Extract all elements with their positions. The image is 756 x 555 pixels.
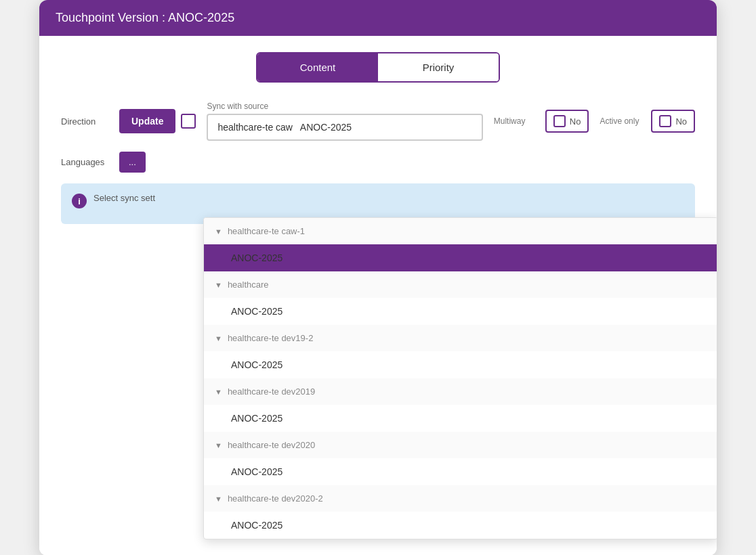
active-only-toggle[interactable]: No [651,110,695,133]
title-bar: Touchpoint Version : ANOC-2025 [39,0,717,36]
multiway-label: Multiway [494,116,541,126]
dropdown-group-header: ▼ healthcare [204,271,717,298]
sync-source-input[interactable] [207,114,482,141]
chevron-icon: ▼ [215,281,222,289]
languages-label: Languages [61,157,108,167]
multiway-group: Multiway No [494,110,589,133]
sync-source-label: Sync with source [207,102,482,111]
dropdown-menu: ▼ healthcare-te caw-1ANOC-2025▼ healthca… [203,217,717,539]
active-only-group: Active only No [600,110,695,133]
dropdown-overlay: ▼ healthcare-te caw-1ANOC-2025▼ healthca… [61,217,695,539]
controls-row: Direction Update Sync with source Multiw… [61,102,695,141]
chevron-icon: ▼ [215,495,222,503]
dropdown-group-header: ▼ healthcare-te dev2020 [204,432,717,458]
info-icon: i [72,194,87,208]
active-only-checkbox[interactable] [659,115,671,127]
dropdown-group-header: ▼ healthcare-te dev2020-2 [204,485,717,512]
dropdown-group-header: ▼ healthcare-te dev19-2 [204,325,717,351]
chevron-icon: ▼ [215,441,222,449]
active-only-label: Active only [600,116,647,126]
update-group: Update [119,109,196,133]
multiway-toggle-label: No [570,116,581,127]
dropdown-child-item[interactable]: ANOC-2025 [204,512,717,539]
languages-row: Languages ... [61,152,695,173]
info-text: Select sync sett [93,193,155,203]
multiway-toggle[interactable]: No [545,110,589,133]
sync-source-group: Sync with source [207,102,482,141]
chevron-icon: ▼ [215,227,222,236]
tabs-row: Content Priority [61,52,695,83]
chevron-icon: ▼ [215,388,222,396]
main-content: Content Priority Direction Update Sync w… [39,36,717,555]
chevron-icon: ▼ [215,334,222,342]
multiway-checkbox[interactable] [553,115,566,127]
tab-content[interactable]: Content [257,53,378,81]
update-button[interactable]: Update [119,109,175,133]
tab-group: Content Priority [256,52,500,83]
info-dropdown-wrapper: i Select sync sett ▼ healthcare-te caw-1… [61,183,695,539]
direction-label: Direction [61,116,108,127]
title-bar-label: Touchpoint Version : ANOC-2025 [56,11,234,24]
dropdown-child-item[interactable]: ANOC-2025 [204,298,717,325]
dropdown-group-header: ▼ healthcare-te caw-1 [204,218,717,244]
direction-group: Direction [61,116,108,127]
main-window: Touchpoint Version : ANOC-2025 Content P… [39,0,717,555]
direction-checkbox[interactable] [181,114,196,129]
active-only-toggle-label: No [675,116,687,127]
dropdown-group-header: ▼ healthcare-te dev2019 [204,378,717,405]
dropdown-child-item[interactable]: ANOC-2025 [204,244,717,271]
languages-button[interactable]: ... [119,152,146,173]
dropdown-child-item[interactable]: ANOC-2025 [204,405,717,432]
dropdown-child-item[interactable]: ANOC-2025 [204,351,717,378]
dropdown-child-item[interactable]: ANOC-2025 [204,458,717,485]
tab-priority[interactable]: Priority [378,53,499,81]
